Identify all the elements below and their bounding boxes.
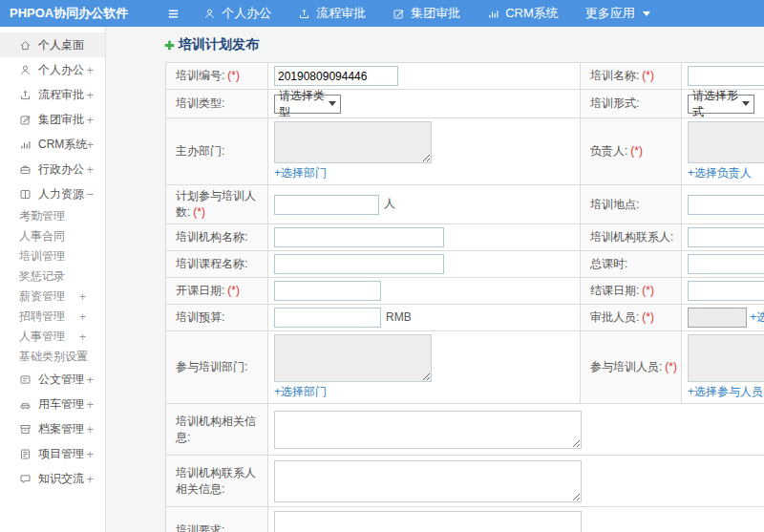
course-name-input[interactable] [274,254,444,274]
training-no-input[interactable] [274,66,398,86]
flow-export-icon [298,8,310,20]
menu-toggle-button[interactable] [166,7,180,21]
field-label: 培训形式: [590,96,639,110]
host-dept-textarea[interactable] [274,121,432,163]
edit-icon [19,114,32,126]
sidebar-item-group-approval[interactable]: 集团审批 + [0,107,105,132]
select-leader-link[interactable]: +选择负责人 [688,165,752,181]
field-label: 培训课程名称: [176,257,247,270]
required-asterisk: (*) [642,284,654,297]
flow-export-icon [19,89,32,101]
select-dept-link[interactable]: +选择部门 [274,165,327,181]
top-nav: 个人办公 流程审批 集团审批 CRM系统 更多应用 [203,5,677,22]
end-date-input[interactable] [688,281,764,301]
archive-icon [19,423,32,436]
sidebar-subitem-recruit-mgmt[interactable]: 招聘管理 + [0,307,105,327]
sidebar-item-document-mgmt[interactable]: 公文管理 + [0,367,105,392]
table-row: 培训预算: RMB 审批人员:(*) +选择审批人员 [166,305,764,331]
sidebar-subitem-training-mgmt[interactable]: 培训管理 [0,246,105,266]
sidebar-item-project-mgmt[interactable]: 项目管理 + [0,441,105,466]
approver-input[interactable] [688,308,747,328]
table-row: 培训机构相关信息: [166,404,764,456]
sidebar-item-archive-mgmt[interactable]: 档案管理 + [0,416,105,441]
field-label: 培训机构联系人: [590,230,673,244]
budget-input[interactable] [274,308,381,328]
org-contact-info-textarea[interactable] [274,460,582,502]
planned-count-input[interactable] [274,195,379,215]
main-content: 培训计划发布 培训编号:(*) 培训名称:(*) 培训类型: 请选择类型 培训形… [107,27,764,532]
book-icon [19,188,32,201]
training-name-input[interactable] [688,66,764,86]
nav-workflow-approval[interactable]: 流程审批 [298,5,366,22]
document-icon [19,373,32,386]
start-date-input[interactable] [274,281,381,301]
chevron-down-icon [643,11,650,16]
table-row: 参与培训部门: +选择部门 参与培训人员:(*) +选择参与人员 [166,331,764,404]
sidebar-subitem-salary-mgmt[interactable]: 薪资管理 + [0,287,105,307]
field-label: 总课时: [590,257,627,270]
leader-textarea[interactable] [688,121,764,163]
field-label: 培训编号: [176,69,224,82]
select-approver-link[interactable]: +选择审批人员 [750,310,764,324]
field-label: 培训要求: [176,523,224,532]
sidebar-subitem-personnel-mgmt[interactable]: 人事管理 + [0,327,105,347]
edit-icon [393,8,405,20]
sidebar-subitem-hr-contract[interactable]: 人事合同 [0,226,105,246]
join-people-textarea[interactable] [688,334,764,382]
required-asterisk: (*) [227,69,240,82]
app-logo: PHPOA协同办公软件 [10,5,128,22]
sidebar-subitem-base-category-settings[interactable]: 基础类别设置 + [0,347,105,367]
field-label: 培训机构名称: [176,230,247,244]
select-participants-link[interactable]: +选择参与人员 [688,384,763,400]
field-label: 参与培训人员: [590,360,662,373]
unit-suffix: RMB [386,310,412,324]
nav-personal-office[interactable]: 个人办公 [203,5,271,22]
sidebar-item-human-resources[interactable]: 人力资源 − [0,181,105,206]
hamburger-icon [166,7,180,21]
sidebar-item-knowledge-exchange[interactable]: 知识交流 + [0,466,105,491]
training-form-select[interactable]: 请选择形式 [688,95,754,114]
org-info-textarea[interactable] [274,411,582,449]
sidebar-subitem-attendance-mgmt[interactable]: 考勤管理 [0,206,105,226]
sidebar-subitem-reward-punishment[interactable]: 奖惩记录 [0,266,105,287]
sidebar-item-personal-desktop[interactable]: 个人桌面 [0,32,105,57]
field-label: 计划参与培训人数: [176,189,256,219]
table-row: 培训机构名称: 培训机构联系人: [166,224,764,251]
join-depts-textarea[interactable] [274,334,432,382]
sidebar-item-personal-office[interactable]: 个人办公 + [0,57,105,82]
field-label: 参与培训部门: [176,360,247,373]
bar-chart-icon [19,138,32,151]
table-row: 培训要求: [166,507,764,532]
table-row: 培训机构联系人相关信息: [166,456,764,507]
org-name-input[interactable] [274,227,444,247]
unit-suffix: 人 [384,197,395,210]
sidebar-item-vehicle-mgmt[interactable]: 用车管理 + [0,392,105,416]
car-icon [19,398,32,411]
home-icon [19,39,32,52]
location-input[interactable] [688,195,764,215]
required-asterisk: (*) [193,205,205,219]
required-asterisk: (*) [630,144,643,158]
field-label: 培训机构联系人相关信息: [176,466,256,496]
field-label: 结课日期: [590,284,639,297]
nav-more-apps[interactable]: 更多应用 [585,5,650,22]
sidebar-item-crm-system[interactable]: CRM系统 + [0,132,105,157]
sidebar-item-admin-office[interactable]: 行政办公 + [0,157,105,181]
briefcase-icon [19,163,32,176]
sidebar-item-workflow-approval[interactable]: 流程审批 + [0,82,105,107]
field-label: 主办部门: [176,144,224,158]
nav-crm-system[interactable]: CRM系统 [487,5,559,22]
field-label: 审批人员: [590,310,639,324]
page-title: 培训计划发布 [163,36,259,53]
org-contact-input[interactable] [688,227,764,247]
nav-group-approval[interactable]: 集团审批 [393,5,460,22]
topbar: PHPOA协同办公软件 个人办公 流程审批 集团审批 CRM系统 更多应用 [0,0,764,27]
requirements-textarea[interactable] [274,511,582,532]
field-label: 开课日期: [176,284,224,297]
required-asterisk: (*) [642,310,654,324]
required-asterisk: (*) [227,284,240,297]
total-hours-input[interactable] [688,254,764,274]
select-dept-link[interactable]: +选择部门 [274,384,327,400]
training-type-select[interactable]: 请选择类型 [274,95,341,114]
chevron-down-icon [742,101,750,106]
